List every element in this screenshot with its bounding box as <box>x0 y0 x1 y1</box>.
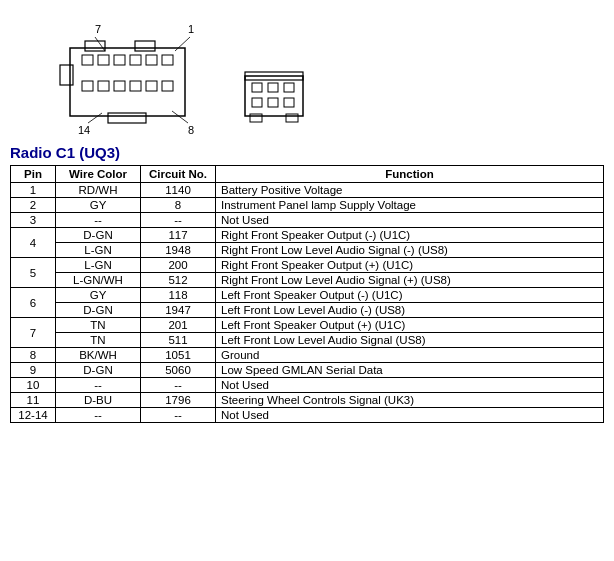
cell-circuit-no: 511 <box>141 333 216 348</box>
cell-wire-color: GY <box>56 288 141 303</box>
svg-rect-14 <box>162 55 173 65</box>
table-row: 12-14----Not Used <box>11 408 604 423</box>
connector-main: 7 1 14 8 <box>40 23 200 138</box>
cell-wire-color: -- <box>56 408 141 423</box>
cell-wire-color: RD/WH <box>56 183 141 198</box>
cell-function: Left Front Low Level Audio (-) (US8) <box>216 303 604 318</box>
svg-rect-29 <box>268 98 278 107</box>
table-row: 10----Not Used <box>11 378 604 393</box>
table-row: 8BK/WH1051Ground <box>11 348 604 363</box>
svg-rect-13 <box>146 55 157 65</box>
table-row: L-GN1948Right Front Low Level Audio Sign… <box>11 243 604 258</box>
cell-circuit-no: 1947 <box>141 303 216 318</box>
svg-rect-28 <box>252 98 262 107</box>
svg-line-1 <box>175 37 190 51</box>
svg-rect-26 <box>268 83 278 92</box>
cell-wire-color: D-GN <box>56 303 141 318</box>
svg-rect-16 <box>98 81 109 91</box>
cell-circuit-no: 5060 <box>141 363 216 378</box>
cell-circuit-no: -- <box>141 213 216 228</box>
cell-function: Instrument Panel lamp Supply Voltage <box>216 198 604 213</box>
page-container: 7 1 14 8 <box>0 0 614 431</box>
cell-wire-color: GY <box>56 198 141 213</box>
table-row: L-GN/WH512Right Front Low Level Audio Si… <box>11 273 604 288</box>
svg-rect-27 <box>284 83 294 92</box>
cell-wire-color: L-GN <box>56 258 141 273</box>
section-title: Radio C1 (UQ3) <box>10 144 604 161</box>
cell-wire-color: -- <box>56 213 141 228</box>
diagram-area: 7 1 14 8 <box>10 8 604 138</box>
table-row: D-GN1947Left Front Low Level Audio (-) (… <box>11 303 604 318</box>
svg-rect-8 <box>60 65 73 85</box>
cell-pin: 9 <box>11 363 56 378</box>
cell-wire-color: TN <box>56 333 141 348</box>
svg-rect-9 <box>82 55 93 65</box>
cell-circuit-no: 118 <box>141 288 216 303</box>
table-row: 2GY8Instrument Panel lamp Supply Voltage <box>11 198 604 213</box>
cell-wire-color: BK/WH <box>56 348 141 363</box>
table-header-row: Pin Wire Color Circuit No. Function <box>11 166 604 183</box>
cell-pin: 10 <box>11 378 56 393</box>
cell-circuit-no: 1948 <box>141 243 216 258</box>
svg-rect-5 <box>85 41 105 51</box>
cell-wire-color: -- <box>56 378 141 393</box>
header-pin: Pin <box>11 166 56 183</box>
table-row: 9D-GN5060Low Speed GMLAN Serial Data <box>11 363 604 378</box>
label-8: 8 <box>188 124 194 136</box>
cell-circuit-no: 1796 <box>141 393 216 408</box>
wiring-table: Pin Wire Color Circuit No. Function 1RD/… <box>10 165 604 423</box>
cell-circuit-no: 201 <box>141 318 216 333</box>
table-row: 3----Not Used <box>11 213 604 228</box>
svg-rect-20 <box>162 81 173 91</box>
table-row: 11D-BU1796Steering Wheel Controls Signal… <box>11 393 604 408</box>
cell-pin: 5 <box>11 258 56 288</box>
svg-rect-6 <box>135 41 155 51</box>
table-row: 1RD/WH1140Battery Positive Voltage <box>11 183 604 198</box>
cell-function: Left Front Speaker Output (-) (U1C) <box>216 288 604 303</box>
main-connector-svg <box>40 23 200 138</box>
cell-circuit-no: 1140 <box>141 183 216 198</box>
cell-pin: 4 <box>11 228 56 258</box>
svg-rect-17 <box>114 81 125 91</box>
label-14: 14 <box>78 124 90 136</box>
small-connector-svg <box>240 68 310 128</box>
cell-function: Right Front Speaker Output (-) (U1C) <box>216 228 604 243</box>
header-function: Function <box>216 166 604 183</box>
cell-pin: 2 <box>11 198 56 213</box>
cell-pin: 12-14 <box>11 408 56 423</box>
cell-circuit-no: 200 <box>141 258 216 273</box>
svg-line-0 <box>95 37 105 51</box>
cell-circuit-no: -- <box>141 408 216 423</box>
cell-wire-color: D-BU <box>56 393 141 408</box>
cell-function: Left Front Low Level Audio Signal (US8) <box>216 333 604 348</box>
cell-function: Ground <box>216 348 604 363</box>
svg-rect-30 <box>284 98 294 107</box>
svg-rect-25 <box>252 83 262 92</box>
svg-rect-21 <box>245 76 303 116</box>
cell-circuit-no: 8 <box>141 198 216 213</box>
svg-line-2 <box>88 113 102 123</box>
svg-rect-4 <box>70 48 185 116</box>
cell-function: Battery Positive Voltage <box>216 183 604 198</box>
table-row: 7TN201Left Front Speaker Output (+) (U1C… <box>11 318 604 333</box>
cell-function: Right Front Low Level Audio Signal (+) (… <box>216 273 604 288</box>
table-row: 4D-GN117Right Front Speaker Output (-) (… <box>11 228 604 243</box>
label-1: 1 <box>188 23 194 35</box>
cell-circuit-no: 117 <box>141 228 216 243</box>
cell-function: Not Used <box>216 408 604 423</box>
svg-rect-19 <box>146 81 157 91</box>
cell-wire-color: D-GN <box>56 363 141 378</box>
cell-pin: 7 <box>11 318 56 348</box>
cell-function: Steering Wheel Controls Signal (UK3) <box>216 393 604 408</box>
cell-wire-color: TN <box>56 318 141 333</box>
svg-rect-23 <box>250 114 262 122</box>
cell-function: Right Front Speaker Output (+) (U1C) <box>216 258 604 273</box>
cell-wire-color: L-GN/WH <box>56 273 141 288</box>
cell-pin: 11 <box>11 393 56 408</box>
cell-function: Low Speed GMLAN Serial Data <box>216 363 604 378</box>
header-wire-color: Wire Color <box>56 166 141 183</box>
svg-rect-15 <box>82 81 93 91</box>
table-row: TN511Left Front Low Level Audio Signal (… <box>11 333 604 348</box>
cell-function: Not Used <box>216 213 604 228</box>
cell-wire-color: L-GN <box>56 243 141 258</box>
